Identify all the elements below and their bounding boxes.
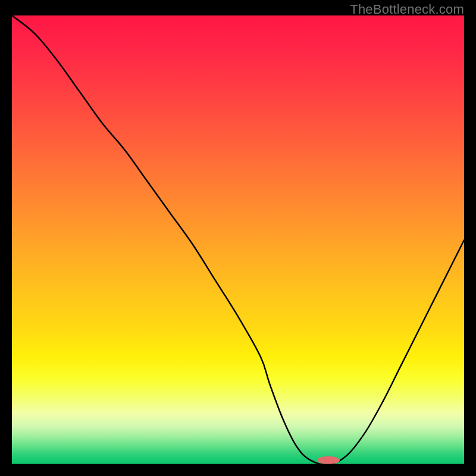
chart-wrap: TheBottleneck.com [0, 0, 476, 476]
optimal-marker [317, 456, 340, 465]
watermark: TheBottleneck.com [350, 2, 464, 17]
bottleneck-curve-chart [0, 0, 476, 476]
gradient-background [12, 15, 464, 465]
